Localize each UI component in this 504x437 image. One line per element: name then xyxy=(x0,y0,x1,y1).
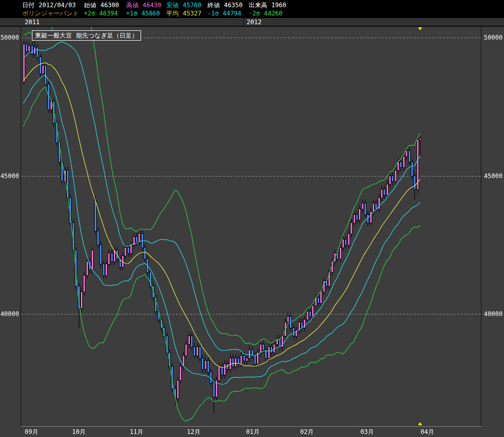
header-field-row1-5: 出来高1960 xyxy=(249,1,286,9)
year-divider xyxy=(244,18,244,26)
y-axis-label-left: 50000 xyxy=(0,34,19,41)
y-axis-label-right: 40000 xyxy=(484,310,502,318)
header-field-label: +1σ xyxy=(126,10,137,17)
year-label: 2012 xyxy=(247,19,262,26)
header-field-row1-2: 高値46430 xyxy=(126,1,161,9)
x-axis-month-label: 10月 xyxy=(72,428,85,435)
header-field-value: 45327 xyxy=(183,10,201,17)
header-field-label: 平均 xyxy=(166,10,179,17)
header-field-row2-1: +2σ46394 xyxy=(84,9,118,18)
header-field-value: 44794 xyxy=(223,10,241,17)
header-field-row2-0: ボリンジャーバンド xyxy=(22,9,79,18)
header-field-row1-1: 始値46300 xyxy=(84,1,119,9)
instrument-title: 東穀一般大豆 期先つなぎ足（日足） xyxy=(35,32,138,39)
header-field-row1-3: 安値45760 xyxy=(166,1,201,9)
header-field-label: 始値 xyxy=(84,2,96,9)
candlestick-chart-canvas[interactable] xyxy=(0,0,504,437)
header-field-label: +2σ xyxy=(84,10,95,17)
header-field-label: 日付 xyxy=(22,2,34,9)
y-axis-label-right: 50000 xyxy=(484,34,502,41)
header-field-row1-0: 日付2012/04/03 xyxy=(22,1,76,9)
instrument-title-box: 東穀一般大豆 期先つなぎ足（日足） xyxy=(32,30,141,41)
header-field-value: 45860 xyxy=(142,10,160,17)
header-field-value: 1960 xyxy=(271,2,286,9)
year-strip: 20112012 xyxy=(0,18,504,26)
header-field-label: 高値 xyxy=(126,2,138,9)
x-axis-month-label: 01月 xyxy=(246,428,259,435)
x-axis-month-label: 11月 xyxy=(130,428,143,435)
header-field-value: 2012/04/03 xyxy=(39,2,76,9)
header-field-label: 終値 xyxy=(207,2,220,9)
header-field-label: 出来高 xyxy=(249,2,267,9)
x-axis-month-label: 02月 xyxy=(300,428,314,435)
x-axis-month-label: 04月 xyxy=(421,428,434,435)
x-axis-month-label: 03月 xyxy=(360,428,374,435)
y-axis-label-right: 45000 xyxy=(484,172,502,180)
trading-chart-window: 日付2012/04/03始値46300高値46430安値45760終値46350… xyxy=(0,0,504,437)
y-axis-label-left: 40000 xyxy=(0,310,19,318)
header-field-value: 45760 xyxy=(183,2,201,9)
header-field-label: ボリンジャーバンド xyxy=(22,10,79,17)
header-field-value: 46350 xyxy=(224,2,242,9)
header-field-value: 46430 xyxy=(143,2,161,9)
header-field-label: -2σ xyxy=(249,10,260,17)
header-field-row1-4: 終値46350 xyxy=(207,1,242,9)
header-field-value: 46300 xyxy=(100,2,119,9)
header-field-label: -1σ xyxy=(207,10,219,17)
header-field-value: 44260 xyxy=(264,10,283,17)
header-field-row2-3: 平均45327 xyxy=(166,9,201,18)
header-field-label: 安値 xyxy=(166,2,179,9)
header-field-row2-5: -2σ44260 xyxy=(249,9,283,18)
header-field-value: 46394 xyxy=(99,10,118,17)
header-field-row2-4: -1σ44794 xyxy=(207,9,241,18)
x-axis-month-label: 12月 xyxy=(187,428,200,435)
header-field-row2-2: +1σ45860 xyxy=(126,9,160,18)
quote-header: 日付2012/04/03始値46300高値46430安値45760終値46350… xyxy=(0,0,504,18)
x-axis-month-label: 09月 xyxy=(25,428,38,435)
year-label: 2011 xyxy=(25,19,40,26)
y-axis-label-left: 45000 xyxy=(0,172,19,180)
